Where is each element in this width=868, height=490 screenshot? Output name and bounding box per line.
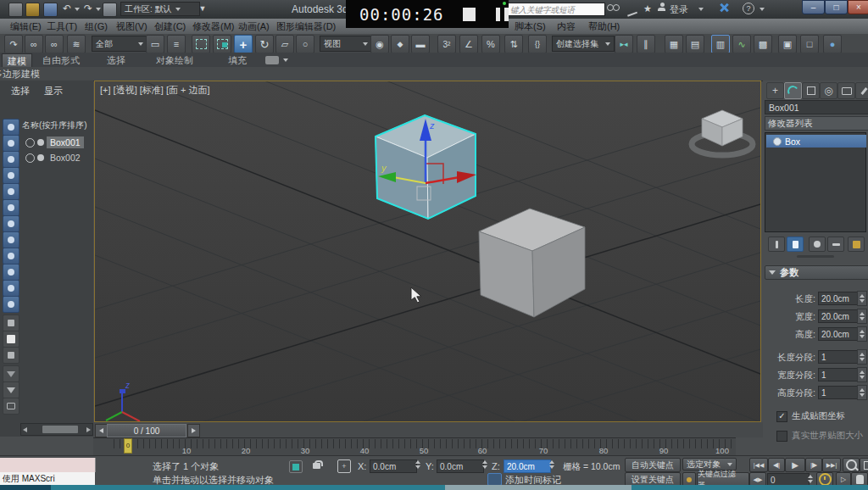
object-color-dot-icon[interactable] bbox=[37, 139, 44, 146]
viewport-label[interactable]: [+] [透视] [标准] [面 + 边面] bbox=[100, 84, 210, 97]
x-coord-field[interactable]: 0.0cm bbox=[370, 459, 417, 473]
reference-coord-dropdown[interactable]: 视图 bbox=[320, 36, 372, 52]
width-segs-field[interactable]: 1 bbox=[818, 368, 859, 381]
length-segs-field[interactable]: 1 bbox=[818, 350, 859, 364]
z-coord-field[interactable]: 20.0cm bbox=[504, 459, 551, 473]
ribbon-toggle-icon[interactable]: ▥ bbox=[711, 35, 730, 53]
filter-geometry-icon[interactable] bbox=[3, 135, 19, 152]
search-input[interactable] bbox=[507, 3, 605, 16]
object-name-label[interactable]: Box002 bbox=[47, 152, 84, 164]
y-coord-spinner[interactable] bbox=[481, 459, 489, 471]
workspace-selector[interactable]: 工作区: 默认 bbox=[120, 2, 200, 16]
gen-mapping-coords-checkbox[interactable]: ✓ bbox=[776, 411, 787, 422]
scroll-right-icon[interactable] bbox=[86, 427, 91, 432]
parameters-rollout-header[interactable]: 参数 bbox=[765, 265, 868, 280]
explorer-h-scrollbar[interactable] bbox=[20, 423, 93, 436]
unlink-selection-icon[interactable]: ∞ bbox=[45, 35, 64, 53]
open-file-icon[interactable] bbox=[25, 3, 40, 17]
box002-object[interactable] bbox=[479, 209, 585, 317]
help-caret-icon[interactable] bbox=[760, 8, 765, 11]
save-file-icon[interactable] bbox=[43, 3, 58, 17]
recorder-stop-icon[interactable] bbox=[463, 8, 476, 21]
play-button[interactable]: ▶ bbox=[785, 458, 805, 472]
scene-explorer-toggle-icon[interactable]: ▦ bbox=[665, 35, 683, 53]
project-toolbar-icon[interactable] bbox=[103, 3, 117, 17]
explorer-row-box001[interactable]: Box001 bbox=[25, 136, 84, 148]
explorer-filter-icon[interactable] bbox=[3, 381, 19, 398]
length-field[interactable]: 20.0cm bbox=[818, 292, 859, 305]
explorer-name-column-header[interactable]: 名称(按升序排序) bbox=[22, 120, 87, 131]
render-setup-icon[interactable]: ▣ bbox=[778, 35, 797, 53]
snaps-toggle-icon[interactable]: 3² bbox=[437, 35, 456, 53]
window-crossing-icon[interactable] bbox=[213, 35, 231, 53]
filter-frozen-icon[interactable] bbox=[3, 296, 19, 313]
selection-lock-icon[interactable] bbox=[312, 459, 325, 472]
menu-tools[interactable]: 工具(T) bbox=[47, 20, 77, 33]
search-binoculars-icon[interactable] bbox=[607, 4, 619, 13]
menu-modifiers[interactable]: 修改器(M) bbox=[192, 20, 235, 33]
remove-modifier-icon[interactable] bbox=[827, 237, 844, 252]
keyboard-override-icon[interactable]: ▬ bbox=[411, 35, 430, 53]
x-coord-spinner[interactable] bbox=[414, 459, 422, 471]
gen-mapping-coords-row[interactable]: ✓ 生成贴图坐标 bbox=[776, 410, 845, 422]
explorer-filter-combo-icon[interactable] bbox=[3, 365, 19, 382]
redo-icon[interactable]: ↷ bbox=[81, 2, 95, 15]
spinner-snap-icon[interactable]: ⇅ bbox=[504, 35, 523, 53]
signin-caret-icon[interactable] bbox=[698, 8, 704, 11]
width-spinner[interactable] bbox=[857, 309, 867, 324]
polygon-modeling-panel-label[interactable]: 多边形建模 bbox=[0, 68, 40, 81]
ribbon-media-icon[interactable] bbox=[265, 56, 279, 64]
ribbon-overflow-caret-icon[interactable] bbox=[283, 58, 288, 62]
bind-to-space-warp-icon[interactable]: ≋ bbox=[67, 35, 86, 53]
menu-group[interactable]: 组(G) bbox=[85, 20, 108, 33]
zoom-icon[interactable] bbox=[843, 458, 860, 472]
undo-dropdown-icon[interactable] bbox=[75, 8, 80, 11]
close-button[interactable]: × bbox=[848, 0, 868, 14]
explorer-material-view-icon[interactable] bbox=[3, 331, 19, 348]
length-segs-spinner[interactable] bbox=[857, 349, 867, 365]
filter-bones-icon[interactable] bbox=[3, 264, 19, 281]
z-coord-spinner[interactable] bbox=[548, 459, 556, 471]
explorer-list-view-icon[interactable] bbox=[3, 315, 19, 331]
percent-snap-icon[interactable]: % bbox=[481, 35, 500, 53]
stack-item-box[interactable]: Box bbox=[766, 135, 866, 148]
menu-edit[interactable]: 编辑(E) bbox=[10, 20, 42, 33]
minimize-button[interactable]: – bbox=[802, 0, 825, 14]
signin-user-icon[interactable] bbox=[658, 3, 666, 11]
panel-splitter-handle[interactable] bbox=[797, 255, 834, 258]
use-center-icon[interactable]: ◉ bbox=[370, 35, 389, 53]
goto-end-button[interactable]: ▶▶| bbox=[822, 458, 841, 472]
width-segs-spinner[interactable] bbox=[857, 367, 867, 382]
real-world-map-checkbox[interactable] bbox=[776, 431, 787, 442]
schematic-view-icon[interactable]: ▩ bbox=[754, 35, 772, 53]
ribbon-tab-object-paint[interactable]: 对象绘制 bbox=[151, 53, 198, 67]
frame-spinner[interactable] bbox=[806, 472, 815, 485]
object-color-dot-icon[interactable] bbox=[37, 154, 44, 161]
menu-content[interactable]: 内容 bbox=[557, 20, 576, 33]
tab-motion-icon[interactable]: ◎ bbox=[820, 82, 837, 99]
filter-cameras-icon[interactable] bbox=[3, 183, 19, 200]
filter-xrefs-icon[interactable] bbox=[3, 248, 19, 264]
make-unique-icon[interactable] bbox=[809, 237, 826, 252]
select-and-manipulate-icon[interactable]: ◆ bbox=[391, 35, 409, 53]
filter-lights-icon[interactable] bbox=[3, 167, 19, 184]
current-frame-marker[interactable]: 0 bbox=[124, 438, 132, 454]
edit-named-sets-icon[interactable]: {} bbox=[528, 35, 547, 53]
filter-helpers-icon[interactable] bbox=[3, 199, 19, 216]
maxscript-mini-listener[interactable]: 使用 MAXScri bbox=[0, 472, 95, 485]
menu-graph-editors[interactable]: 图形编辑器(D) bbox=[276, 20, 336, 33]
ribbon-tab-selection[interactable]: 选择 bbox=[102, 53, 131, 67]
isolate-selection-icon[interactable] bbox=[289, 460, 303, 473]
mirror-icon[interactable]: ▸◂ bbox=[615, 35, 633, 53]
pin-stack-icon[interactable] bbox=[768, 237, 785, 252]
rendered-frame-window-icon[interactable]: □ bbox=[800, 35, 819, 53]
explorer-row-box002[interactable]: Box002 bbox=[25, 152, 84, 164]
explorer-menu-select[interactable]: 选择 bbox=[11, 85, 30, 97]
transform-typein-mode-icon[interactable]: + bbox=[337, 459, 351, 473]
length-spinner[interactable] bbox=[857, 291, 867, 306]
visibility-eye-icon[interactable] bbox=[25, 138, 35, 148]
select-by-name-icon[interactable]: ≡ bbox=[167, 35, 186, 53]
tab-hierarchy-icon[interactable] bbox=[802, 82, 820, 99]
maximize-button[interactable]: □ bbox=[825, 0, 848, 14]
menu-views[interactable]: 视图(V) bbox=[116, 20, 147, 33]
